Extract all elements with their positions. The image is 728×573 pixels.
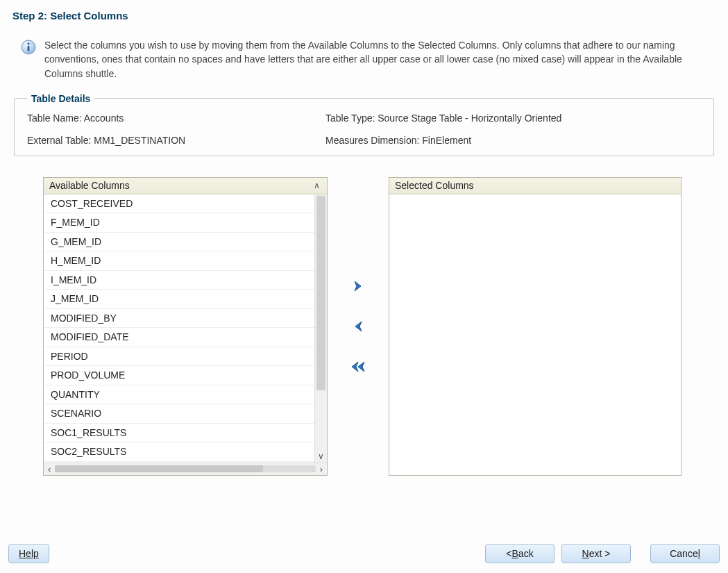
list-item[interactable]: I_MEM_ID — [44, 271, 314, 290]
available-columns-list[interactable]: COST_RECEIVEDF_MEM_IDG_MEM_IDH_MEM_IDI_M… — [44, 194, 314, 463]
next-button-mnemonic: N — [582, 548, 589, 559]
list-item[interactable]: MODIFIED_DATE — [44, 328, 314, 347]
list-item[interactable]: QUANTITY — [44, 385, 314, 405]
next-button-rest: ext > — [589, 548, 611, 559]
back-button-mnemonic: B — [512, 548, 518, 559]
help-button-label: Help — [19, 548, 39, 559]
back-button-prefix: < — [506, 548, 511, 559]
svg-rect-2 — [28, 46, 30, 51]
list-item[interactable]: SCENARIO — [44, 404, 314, 424]
list-item[interactable]: COST_RECEIVED — [44, 194, 314, 214]
selected-columns-header: Selected Columns — [389, 178, 681, 194]
selected-columns-box: Selected Columns — [389, 177, 682, 476]
selected-columns-list[interactable] — [389, 194, 681, 475]
list-item[interactable]: MODIFIED_BY — [44, 309, 314, 329]
back-button-rest: ack — [518, 548, 534, 559]
list-item[interactable]: J_MEM_ID — [44, 290, 314, 309]
step-title: Step 2: Select Columns — [12, 10, 720, 22]
table-details-fieldset: Table Details Table Name: Accounts Table… — [14, 93, 714, 156]
info-icon — [21, 40, 36, 55]
table-type-label: Table Type: — [325, 113, 375, 124]
table-details-legend: Table Details — [27, 93, 94, 104]
list-item[interactable]: G_MEM_ID — [44, 233, 314, 252]
vertical-scrollbar-thumb[interactable] — [316, 196, 325, 390]
shuttle-area: Available Columns ∧ COST_RECEIVEDF_MEM_I… — [43, 177, 699, 476]
available-columns-body: COST_RECEIVEDF_MEM_IDG_MEM_IDH_MEM_IDI_M… — [44, 194, 327, 463]
table-details-grid: Table Name: Accounts Table Type: Source … — [27, 113, 701, 146]
selected-columns-header-label: Selected Columns — [395, 180, 474, 191]
available-columns-header-label: Available Columns — [49, 180, 130, 191]
move-right-button[interactable] — [350, 278, 366, 294]
back-button[interactable]: < Back — [485, 544, 555, 563]
horizontal-scrollbar-track[interactable] — [55, 465, 315, 472]
external-table-label: External Table: — [27, 135, 91, 146]
available-columns-box: Available Columns ∧ COST_RECEIVEDF_MEM_I… — [43, 177, 328, 476]
table-name-value: Accounts — [84, 113, 124, 124]
external-table-value: MM1_DESTINATION — [94, 135, 185, 146]
next-button[interactable]: Next > — [561, 544, 631, 563]
cancel-button-mnemonic: l — [698, 548, 700, 559]
move-all-left-button[interactable] — [350, 358, 366, 375]
list-item[interactable]: H_MEM_ID — [44, 251, 314, 271]
table-type-value: Source Stage Table - Horizontally Orient… — [378, 113, 561, 124]
scroll-right-icon[interactable]: › — [320, 464, 323, 474]
footer-buttons: Help < Back Next > Cancel — [8, 544, 720, 563]
scroll-down-icon[interactable]: ∨ — [315, 451, 327, 461]
selected-columns-body — [389, 194, 681, 475]
table-name-label: Table Name: — [27, 113, 82, 124]
list-item[interactable]: PERIOD — [44, 347, 314, 367]
help-button[interactable]: Help — [8, 544, 49, 563]
horizontal-scrollbar[interactable]: ‹ › — [44, 463, 327, 475]
list-item[interactable]: PROD_VOLUME — [44, 366, 314, 385]
table-type-cell: Table Type: Source Stage Table - Horizon… — [325, 113, 701, 124]
horizontal-scrollbar-thumb[interactable] — [55, 465, 263, 472]
measures-dimension-cell: Measures Dimension: FinElement — [325, 135, 701, 146]
list-item[interactable]: F_MEM_ID — [44, 213, 314, 233]
vertical-scrollbar[interactable]: ∨ — [314, 194, 327, 463]
instructions-text: Select the columns you wish to use by mo… — [44, 38, 711, 81]
measures-dimension-value: FinElement — [422, 135, 471, 146]
measures-dimension-label: Measures Dimension: — [325, 135, 419, 146]
cancel-button[interactable]: Cancel — [650, 544, 720, 563]
shuttle-controls — [343, 177, 373, 476]
scroll-left-icon[interactable]: ‹ — [48, 464, 51, 474]
table-name-cell: Table Name: Accounts — [27, 113, 319, 124]
list-item[interactable]: SOC1_RESULTS — [44, 424, 314, 443]
available-columns-header: Available Columns ∧ — [44, 178, 327, 194]
external-table-cell: External Table: MM1_DESTINATION — [27, 135, 319, 146]
wizard-step-page: Step 2: Select Columns Select the column… — [0, 0, 728, 573]
move-left-button[interactable] — [350, 318, 366, 335]
instructions-row: Select the columns you wish to use by mo… — [21, 38, 713, 81]
cancel-button-pre: Cance — [670, 548, 697, 559]
list-item[interactable]: SOC2_RESULTS — [44, 442, 314, 462]
svg-point-1 — [27, 42, 29, 44]
scroll-up-icon[interactable]: ∧ — [311, 181, 323, 190]
